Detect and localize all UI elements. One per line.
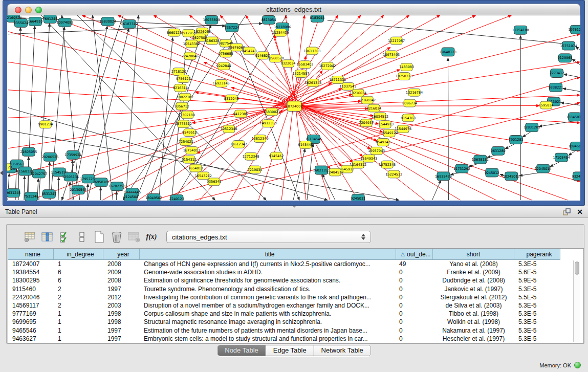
- graph-node[interactable]: 18022102: [177, 93, 193, 101]
- graph-node[interactable]: 10973493: [383, 51, 400, 58]
- graph-node[interactable]: 11544913: [377, 121, 394, 128]
- graph-node[interactable]: 15583402: [296, 61, 313, 69]
- graph-node[interactable]: 16034512: [372, 113, 388, 120]
- graph-node[interactable]: 22420046: [182, 52, 199, 60]
- graph-node[interactable]: 8531247: [41, 190, 56, 199]
- graph-node[interactable]: 11544976: [395, 125, 411, 133]
- table-row[interactable]: 946554611997Estimation of the future num…: [8, 326, 583, 335]
- graph-node[interactable]: 17359924: [64, 150, 81, 159]
- graph-node[interactable]: 16958187: [93, 178, 110, 187]
- column-header-year[interactable]: year: [103, 249, 140, 260]
- graph-node[interactable]: 9145445: [298, 141, 313, 148]
- table-row[interactable]: 1872400712008Changes of HCN gene express…: [8, 260, 583, 268]
- table-row[interactable]: 977716911998Corpus callosum shape and si…: [8, 310, 583, 318]
- graph-node[interactable]: 8183044: [310, 15, 324, 22]
- table-panel-titlebar[interactable]: Table Panel ✕: [0, 206, 588, 218]
- graph-node[interactable]: 19611303: [303, 47, 320, 55]
- graph-node[interactable]: 18750313: [396, 73, 412, 80]
- graph-node[interactable]: 7219034: [248, 166, 263, 173]
- table-scrollbar-thumb[interactable]: [575, 261, 579, 275]
- graph-node[interactable]: 13345016: [567, 113, 580, 121]
- function-builder-button[interactable]: f(x): [144, 229, 159, 245]
- graph-node[interactable]: 9129965: [558, 54, 573, 62]
- graph-node[interactable]: 2273412: [550, 69, 564, 78]
- table-row[interactable]: 946362711997Embryonic stem cells: a mode…: [8, 335, 583, 343]
- table-row[interactable]: 969969511998Structural magnetic resonanc…: [8, 318, 583, 326]
- graph-node[interactable]: 10245013: [503, 172, 520, 181]
- graph-node[interactable]: 9154312: [182, 156, 197, 163]
- column-header-name[interactable]: name: [8, 249, 54, 260]
- graph-node[interactable]: 7357224: [225, 23, 239, 32]
- table-row[interactable]: 2242004622012Investigating the contribut…: [8, 293, 583, 301]
- graph-node[interactable]: 18049502: [145, 194, 162, 201]
- delete-table-button-disabled[interactable]: [126, 229, 142, 245]
- graph-node[interactable]: 9756123: [176, 75, 191, 83]
- graph-node[interactable]: 10638132: [472, 155, 489, 164]
- graph-node[interactable]: 20130545: [70, 186, 86, 194]
- graph-node[interactable]: 13812349: [252, 135, 269, 143]
- graph-node[interactable]: 17103454: [553, 153, 570, 162]
- graph-node[interactable]: 16935478: [435, 172, 452, 181]
- graph-node[interactable]: 10543382: [183, 40, 200, 48]
- graph-node[interactable]: 9631280: [491, 146, 506, 155]
- graph-node[interactable]: 7901283: [509, 136, 524, 144]
- graph-node[interactable]: 13216034: [350, 89, 366, 97]
- table-scrollbar[interactable]: [573, 260, 580, 342]
- graph-node[interactable]: 13216784: [406, 89, 423, 96]
- graph-node[interactable]: 15830024: [99, 17, 116, 26]
- table-selector-dropdown[interactable]: citations_edges.txt: [166, 231, 371, 243]
- graph-node[interactable]: 14912350: [260, 120, 277, 127]
- graph-node[interactable]: 16754013: [183, 146, 200, 154]
- graph-node[interactable]: 9242844: [216, 62, 231, 70]
- table-row[interactable]: 911546021997Tourette syndrome. Phenomeno…: [8, 285, 583, 293]
- graph-node[interactable]: 11254419: [272, 29, 289, 36]
- graph-node[interactable]: 9412385: [233, 110, 248, 118]
- graph-node[interactable]: 7204937: [359, 119, 374, 127]
- row-height-button[interactable]: [74, 229, 90, 245]
- graph-node[interactable]: 7531246: [24, 192, 38, 201]
- collapse-panel-arrow[interactable]: [0, 170, 3, 176]
- graph-node[interactable]: 12484512: [326, 168, 343, 176]
- graph-node[interactable]: 8216314: [173, 84, 188, 92]
- graph-node[interactable]: 9245012: [485, 168, 499, 177]
- graph-node[interactable]: 8322034: [281, 60, 296, 68]
- graph-node[interactable]: 7691245: [42, 15, 57, 23]
- graph-node[interactable]: 7654013: [188, 164, 203, 172]
- graph-node[interactable]: 15224532: [385, 170, 402, 178]
- table-row[interactable]: 1938455462009Genome-wide association stu…: [8, 268, 583, 276]
- tab-edge-table[interactable]: Edge Table: [266, 345, 314, 356]
- graph-node[interactable]: 10752345: [379, 161, 396, 168]
- graph-node[interactable]: 9324504: [572, 172, 580, 181]
- graph-node[interactable]: 20206526: [41, 152, 58, 161]
- graph-node[interactable]: 1595834: [539, 101, 554, 109]
- column-header-pagerank[interactable]: pagerank: [514, 249, 560, 260]
- graph-node[interactable]: 9124504: [123, 193, 138, 201]
- graph-node[interactable]: 8216034: [366, 104, 381, 112]
- new-document-button[interactable]: [92, 229, 107, 245]
- graph-node[interactable]: 8813054: [262, 15, 276, 24]
- graph-node[interactable]: 1664910: [28, 17, 42, 26]
- graph-node[interactable]: 9338221: [549, 83, 563, 92]
- graph-node[interactable]: 12505135: [62, 172, 79, 181]
- float-panel-icon[interactable]: [562, 208, 572, 216]
- column-header-in[interactable]: in_degree: [54, 249, 103, 260]
- graph-node[interactable]: 15830021: [264, 108, 280, 116]
- graph-node[interactable]: 16272042: [319, 62, 336, 70]
- graph-node[interactable]: 9355024: [14, 18, 29, 27]
- graph-node[interactable]: 10512346: [221, 125, 237, 133]
- graph-node[interactable]: 16782753: [108, 182, 125, 191]
- graph-node[interactable]: 16261345: [304, 79, 321, 86]
- graph-node[interactable]: 9145462: [269, 152, 284, 160]
- graph-node[interactable]: 9981234: [38, 121, 53, 128]
- graph-node[interactable]: 10974093: [56, 18, 73, 27]
- column-header-title[interactable]: title: [140, 249, 396, 260]
- graph-node[interactable]: 12712348: [243, 152, 259, 160]
- graph-node[interactable]: 12045014: [535, 164, 552, 173]
- graph-node[interactable]: 16033809: [203, 15, 220, 24]
- network-canvas[interactable]: 1216052493550241664910769124510974093158…: [7, 15, 580, 201]
- close-panel-icon[interactable]: ✕: [577, 208, 583, 216]
- graph-node[interactable]: 7483083: [399, 63, 414, 71]
- graph-node[interactable]: 12160347: [359, 96, 376, 104]
- network-window-titlebar[interactable]: citations_edges.txt: [7, 4, 580, 15]
- graph-node-hub[interactable]: 18724007: [286, 101, 303, 112]
